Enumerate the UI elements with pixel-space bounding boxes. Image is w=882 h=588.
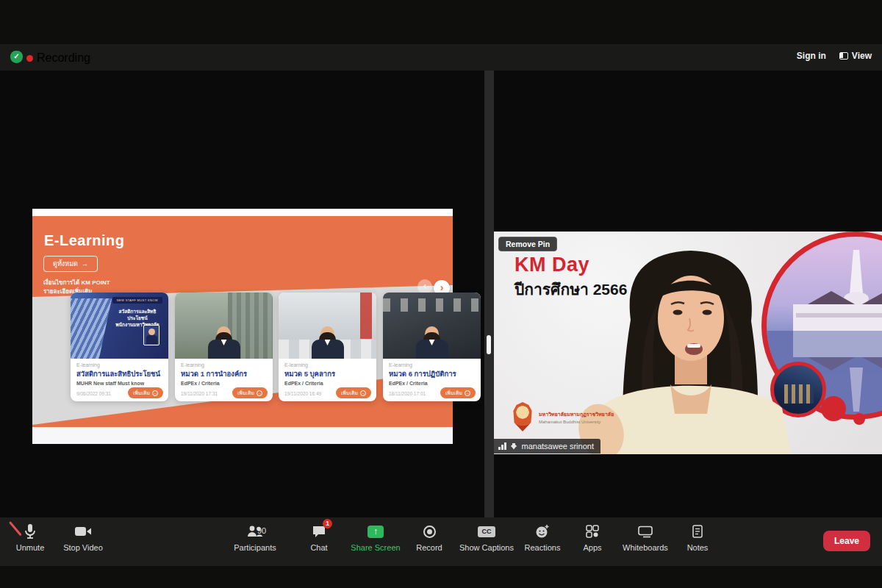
- reactions-smiley-icon: [535, 524, 550, 539]
- view-all-button[interactable]: ดูทั้งหมด →: [43, 256, 98, 272]
- recording-label: Recording: [37, 51, 90, 65]
- recording-indicator: Recording: [26, 51, 90, 65]
- closed-captions-icon: CC: [478, 526, 495, 537]
- view-button[interactable]: View: [839, 51, 872, 61]
- participant-name-tag: manatsawee srinont: [494, 439, 600, 453]
- pin-icon: [511, 443, 517, 450]
- divider-drag-handle[interactable]: [487, 335, 491, 354]
- course-card[interactable]: E-learning หมวด 6 การปฏิบัติการ EdPEx / …: [383, 293, 481, 401]
- participants-count: 90: [257, 526, 266, 535]
- audio-level-icon: [498, 442, 506, 450]
- card-subtitle: EdPEx / Criteria: [284, 381, 323, 386]
- pane-divider[interactable]: [484, 71, 494, 517]
- view-all-arrow-icon: →: [82, 260, 88, 268]
- card-subtitle: MUHR New staff Must know: [76, 381, 144, 386]
- card-category: E-learning: [389, 362, 475, 368]
- arrow-circle-icon: →: [257, 390, 262, 396]
- zoom-meeting-screen: ✓ Recording Sign in View E-Learning: [0, 0, 882, 588]
- share-screen-icon: ↑: [368, 526, 384, 538]
- office-red-accent: [360, 293, 372, 339]
- course-thumbnail: [175, 293, 273, 359]
- view-button-label: View: [852, 51, 872, 61]
- card-category: E-learning: [181, 362, 267, 368]
- building-photo-graphic: [71, 298, 112, 359]
- course-card[interactable]: NEW STAFF MUST KNOW สวัสดิการและสิทธิประ…: [71, 293, 168, 401]
- card-date: 19/11/2020 17:31: [181, 391, 218, 396]
- university-name-english: Mahamakut Buddhist University: [539, 420, 614, 424]
- office-window-graphic: [383, 298, 481, 312]
- microphone-icon: [24, 523, 36, 539]
- presenter-figure: [204, 332, 245, 359]
- recording-dot-icon: [26, 55, 33, 62]
- university-logo: มหาวิทยาลัยมหามกุฏราชวิทยาลัย Mahamakut …: [512, 402, 614, 431]
- presenter-figure: [412, 332, 453, 359]
- shared-browser-content: E-Learning ดูทั้งหมด → เงื่อนไขการได้ KM…: [32, 209, 453, 444]
- card-subtitle: EdPEx / Criteria: [389, 381, 428, 386]
- sign-in-button[interactable]: Sign in: [797, 51, 826, 61]
- speaker-video-pane: KM Day ปีการศึกษา 2566: [494, 71, 882, 517]
- university-crest-icon: [512, 402, 534, 431]
- speaker-video-tile[interactable]: KM Day ปีการศึกษา 2566: [494, 232, 882, 454]
- card-more-button[interactable]: เพิ่มเติม →: [232, 387, 268, 398]
- card-subtitle: EdPEx / Criteria: [181, 381, 220, 386]
- whiteboards-button[interactable]: Whiteboards: [614, 523, 676, 552]
- leave-button[interactable]: Leave: [823, 531, 870, 551]
- remove-pin-button[interactable]: Remove Pin: [498, 237, 557, 251]
- card-title: หมวด 6 การปฏิบัติการ: [389, 368, 475, 379]
- course-thumbnail: [279, 293, 376, 359]
- university-name-thai: มหาวิทยาลัยมหามกุฏราชวิทยาลัย: [539, 410, 614, 418]
- card-title: หมวด 5 บุคลากร: [284, 368, 370, 379]
- muted-slash-icon: [9, 521, 21, 536]
- elearning-section-title: E-Learning: [44, 232, 124, 249]
- presenter-figure: [307, 332, 348, 359]
- card-category: E-learning: [76, 362, 162, 368]
- card-more-button[interactable]: เพิ่มเติม →: [440, 387, 476, 398]
- arrow-circle-icon: →: [152, 390, 158, 396]
- reactions-button[interactable]: Reactions: [514, 523, 570, 552]
- record-icon: [423, 526, 436, 538]
- notes-icon: [692, 525, 703, 538]
- apps-button[interactable]: Apps: [575, 523, 610, 552]
- meeting-toolbar: Unmute Stop Video: [0, 517, 882, 566]
- view-layout-icon: [839, 52, 848, 60]
- carousel-prev-button[interactable]: ‹: [417, 279, 432, 294]
- course-card[interactable]: E-learning หมวด 5 บุคลากร EdPEx / Criter…: [279, 293, 376, 401]
- card-title: สวัสดิการและสิทธิประโยชน์: [76, 368, 162, 379]
- arrow-circle-icon: →: [465, 390, 470, 396]
- card-date: 19/11/2020 16:49: [284, 391, 321, 396]
- meeting-top-bar: ✓ Recording Sign in View: [0, 44, 882, 71]
- notes-button[interactable]: Notes: [679, 523, 716, 552]
- presenter-portrait: [143, 325, 159, 345]
- course-card[interactable]: E-learning หมวด 1 การนำองค์กร EdPEx / Cr…: [175, 293, 273, 401]
- unmute-button[interactable]: Unmute: [7, 523, 53, 552]
- meeting-window: ✓ Recording Sign in View E-Learning: [0, 44, 882, 566]
- arrow-circle-icon: →: [360, 390, 366, 396]
- security-shield-icon[interactable]: ✓: [10, 51, 23, 63]
- card-more-button[interactable]: เพิ่มเติม →: [336, 387, 371, 398]
- show-captions-button[interactable]: CC Show Captions: [453, 523, 520, 552]
- card-date: 9/06/2022 09:31: [76, 391, 111, 396]
- share-screen-button[interactable]: ↑ Share Screen: [344, 523, 407, 552]
- card-more-button[interactable]: เพิ่มเติม →: [128, 387, 163, 398]
- chat-button[interactable]: 1 Chat: [298, 523, 340, 552]
- page-bottom-strip: [32, 427, 453, 444]
- card-category: E-learning: [284, 362, 370, 368]
- shared-screen-pane: E-Learning ดูทั้งหมด → เงื่อนไขการได้ KM…: [0, 71, 484, 517]
- camera-icon: [74, 526, 92, 537]
- course-thumbnail: NEW STAFF MUST KNOW สวัสดิการและสิทธิประ…: [71, 293, 168, 359]
- card-date: 18/11/2020 17:01: [389, 391, 426, 396]
- apps-icon: [586, 525, 599, 538]
- stop-video-button[interactable]: Stop Video: [57, 523, 109, 552]
- chat-unread-badge: 1: [323, 519, 332, 528]
- record-button[interactable]: Record: [409, 523, 450, 552]
- participants-button[interactable]: 90 Participants: [226, 523, 284, 552]
- participant-name: manatsawee srinont: [522, 442, 594, 451]
- course-thumbnail: [383, 293, 481, 359]
- card-title: หมวด 1 การนำองค์กร: [181, 368, 267, 379]
- thumb-banner: NEW STAFF MUST KNOW: [112, 297, 162, 304]
- whiteboard-icon: [637, 526, 653, 538]
